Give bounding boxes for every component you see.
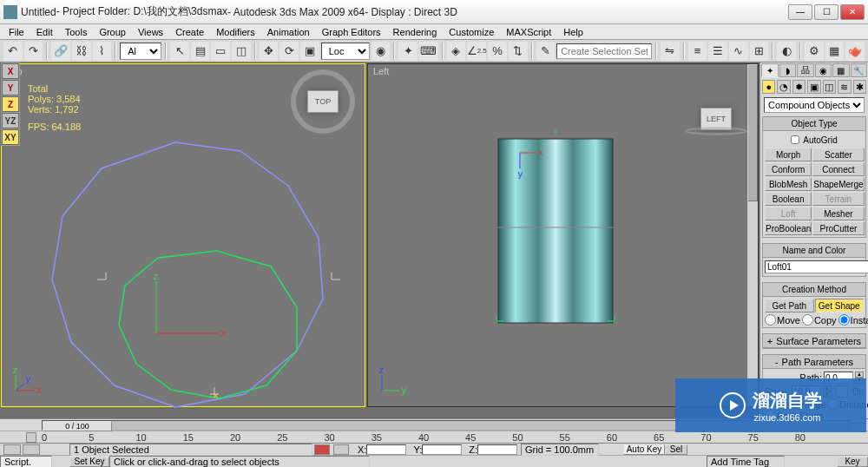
- script-listener[interactable]: Script.: [0, 456, 52, 468]
- motion-tab-icon[interactable]: ◉: [815, 63, 832, 77]
- manipulate-icon[interactable]: ✦: [398, 42, 418, 61]
- x-coord-input[interactable]: [366, 444, 406, 455]
- absolute-relative-icon[interactable]: [333, 444, 349, 455]
- menu-views[interactable]: Views: [133, 26, 168, 38]
- mirror-icon[interactable]: ⇋: [661, 42, 680, 61]
- viewcube-left[interactable]: LEFT: [700, 108, 732, 130]
- minimize-button[interactable]: —: [788, 4, 812, 20]
- get-path-button[interactable]: Get Path: [765, 299, 814, 312]
- creation-method-header[interactable]: Creation Method: [763, 283, 865, 297]
- bind-spacewarp-icon[interactable]: ⌇: [93, 42, 112, 61]
- undo-icon[interactable]: ↶: [3, 42, 23, 61]
- menu-file[interactable]: File: [3, 26, 30, 38]
- render-setup-icon[interactable]: ⚙: [805, 42, 824, 61]
- axis-xy-button[interactable]: XY: [2, 129, 19, 145]
- display-tab-icon[interactable]: ▦: [832, 63, 850, 77]
- time-tag[interactable]: Add Time Tag: [707, 456, 785, 468]
- expand-trackbar-icon[interactable]: [23, 444, 40, 455]
- modify-tab-icon[interactable]: ◗: [779, 63, 797, 77]
- object-type-header[interactable]: Object Type: [763, 117, 865, 131]
- viewcube-top[interactable]: TOP: [307, 90, 339, 113]
- instance-radio[interactable]: [838, 314, 850, 326]
- selection-lock-icon[interactable]: [314, 444, 330, 455]
- lock-selection-icon[interactable]: [3, 444, 21, 455]
- spacewarps-subtab-icon[interactable]: ≋: [838, 80, 851, 94]
- time-slider-thumb[interactable]: 0 / 100: [43, 421, 112, 431]
- axis-z-button[interactable]: Z: [2, 96, 19, 112]
- create-tab-icon[interactable]: ✦: [761, 63, 779, 77]
- object-name-input[interactable]: [765, 260, 868, 273]
- menu-customize[interactable]: Customize: [444, 26, 499, 38]
- unlink-icon[interactable]: ⛓: [72, 42, 91, 61]
- name-color-header[interactable]: Name and Color: [763, 244, 865, 258]
- copy-radio[interactable]: [802, 314, 813, 326]
- blobmesh-button[interactable]: BlobMesh: [765, 177, 812, 191]
- proboolean-button[interactable]: ProBoolean: [765, 221, 812, 235]
- geometry-subtab-icon[interactable]: ●: [762, 80, 775, 94]
- menu-maxscript[interactable]: MAXScript: [501, 26, 556, 38]
- move-radio[interactable]: [765, 314, 776, 326]
- menu-grapheditors[interactable]: Graph Editors: [317, 26, 386, 38]
- menu-group[interactable]: Group: [94, 26, 131, 38]
- cameras-subtab-icon[interactable]: ▣: [807, 80, 820, 94]
- window-crossing-icon[interactable]: ◫: [232, 42, 251, 61]
- axis-yz-button[interactable]: YZ: [2, 113, 19, 128]
- setkey-button[interactable]: Set Key: [69, 457, 109, 467]
- helpers-subtab-icon[interactable]: ◫: [823, 80, 836, 94]
- maximize-button[interactable]: ☐: [814, 4, 838, 20]
- snap-toggle-icon[interactable]: ◈: [447, 42, 466, 61]
- select-icon[interactable]: ↖: [170, 42, 189, 61]
- surface-params-header[interactable]: +Surface Parameters: [763, 334, 865, 348]
- menu-help[interactable]: Help: [558, 26, 589, 38]
- percent-snap-icon[interactable]: %: [488, 42, 507, 61]
- boolean-button[interactable]: Boolean: [765, 192, 812, 206]
- hierarchy-tab-icon[interactable]: 品: [797, 63, 814, 77]
- ref-coord-select[interactable]: Local: [321, 43, 370, 60]
- close-button[interactable]: ✕: [840, 4, 865, 20]
- shapes-subtab-icon[interactable]: ◔: [777, 80, 790, 94]
- named-selection-input[interactable]: [556, 43, 652, 59]
- shapemerge-button[interactable]: ShapeMerge: [812, 177, 864, 191]
- terrain-button[interactable]: Terrain: [812, 192, 864, 206]
- layers-icon[interactable]: ☰: [708, 42, 727, 61]
- schematic-view-icon[interactable]: ⊞: [750, 42, 769, 61]
- connect-button[interactable]: Connect: [812, 162, 864, 176]
- path-params-header[interactable]: -Path Parameters: [763, 355, 865, 369]
- move-icon[interactable]: ✥: [260, 42, 279, 61]
- keyboard-shortcut-icon[interactable]: ⌨: [419, 42, 438, 61]
- align-icon[interactable]: ≡: [688, 42, 707, 61]
- trackbar-toggle-icon[interactable]: [26, 432, 36, 443]
- named-selection-edit-icon[interactable]: ✎: [536, 42, 556, 61]
- systems-subtab-icon[interactable]: ✱: [853, 80, 866, 94]
- sel-button[interactable]: Sel: [665, 444, 687, 455]
- z-coord-input[interactable]: [477, 444, 517, 455]
- redo-icon[interactable]: ↷: [24, 42, 43, 61]
- menu-rendering[interactable]: Rendering: [388, 26, 443, 38]
- conform-button[interactable]: Conform: [765, 162, 812, 176]
- material-editor-icon[interactable]: ◐: [777, 42, 796, 61]
- menu-tools[interactable]: Tools: [60, 26, 93, 38]
- render-icon[interactable]: 🫖: [845, 42, 865, 61]
- select-by-name-icon[interactable]: ▤: [191, 42, 210, 61]
- mesher-button[interactable]: Mesher: [812, 207, 864, 220]
- axis-x-button[interactable]: X: [2, 63, 19, 79]
- menu-edit[interactable]: Edit: [31, 26, 58, 38]
- select-region-rect-icon[interactable]: ▭: [211, 42, 230, 61]
- angle-snap-icon[interactable]: ∠2.5: [467, 42, 486, 61]
- category-select[interactable]: Compound Objects: [764, 97, 865, 113]
- viewport-scrollbar[interactable]: [747, 64, 758, 406]
- menu-modifiers[interactable]: Modifiers: [211, 26, 260, 38]
- render-frame-icon[interactable]: ▦: [825, 42, 845, 61]
- menu-animation[interactable]: Animation: [262, 26, 315, 38]
- selection-filter-select[interactable]: All: [120, 43, 161, 60]
- procutter-button[interactable]: ProCutter: [812, 221, 864, 235]
- link-icon[interactable]: 🔗: [51, 42, 70, 61]
- axis-y-button[interactable]: Y: [2, 80, 19, 95]
- lights-subtab-icon[interactable]: ✹: [792, 80, 806, 94]
- utilities-tab-icon[interactable]: 🔧: [851, 63, 868, 77]
- autokey-button[interactable]: Auto Key: [623, 444, 665, 455]
- pivot-center-icon[interactable]: ◉: [372, 42, 391, 61]
- y-coord-input[interactable]: [422, 444, 462, 455]
- menu-create[interactable]: Create: [170, 26, 209, 38]
- curve-editor-icon[interactable]: ∿: [729, 42, 748, 61]
